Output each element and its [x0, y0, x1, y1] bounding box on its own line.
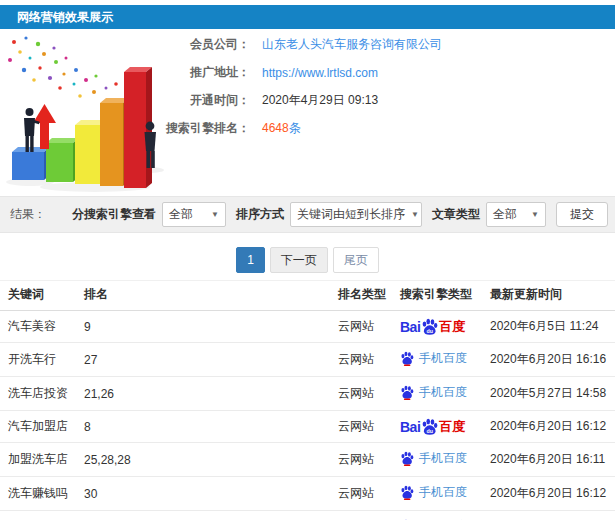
- baidu-paw-icon: du: [421, 418, 438, 435]
- keyword-cell: 洗车店投资: [0, 377, 80, 411]
- table-row: 汽车加盟店8云网站 Bai du 百度 2020年6月20日 16:12: [0, 411, 615, 443]
- keyword-cell: 洗车店利润: [0, 511, 80, 520]
- mobile-baidu-badge: 手机百度: [400, 350, 467, 366]
- bar-green: [46, 138, 79, 182]
- engine-cell: Bai du 百度: [396, 411, 486, 443]
- header-rank: 排名: [80, 281, 334, 311]
- updated-cell: 2020年6月20日 16:12: [486, 477, 615, 511]
- rank-link[interactable]: 27: [80, 343, 334, 377]
- engine-view-select[interactable]: 全部 ▼: [162, 202, 226, 227]
- engine-cell: 手机百度: [396, 511, 486, 520]
- engine-view-selected: 全部: [169, 206, 193, 223]
- rank-link[interactable]: 8: [80, 411, 334, 443]
- mobile-baidu-label: 手机百度: [419, 386, 467, 398]
- app-window: 网络营销效果展示: [0, 0, 615, 520]
- updated-cell: 2020年6月18日 14:27: [486, 511, 615, 520]
- rank-count: 4648: [262, 121, 289, 135]
- rank-link[interactable]: 25,28,28: [80, 443, 334, 477]
- updated-cell: 2020年6月20日 16:11: [486, 443, 615, 477]
- company-link[interactable]: 山东老人头汽车服务咨询有限公司: [262, 36, 442, 53]
- member-company-row: 会员公司： 山东老人头汽车服务咨询有限公司: [150, 38, 442, 51]
- filter-bar: 结果： 分搜索引擎查看 全部 ▼ 排序方式 关键词由短到长排序 ▼ 文章类型 全…: [0, 196, 615, 233]
- engine-rank-label: 搜索引擎排名：: [150, 120, 250, 137]
- sort-select[interactable]: 关键词由短到长排序 ▼: [290, 202, 422, 227]
- rank-type-cell: 云网站: [334, 343, 396, 377]
- chevron-down-icon: ▼: [211, 210, 219, 219]
- result-label: 结果：: [10, 206, 46, 223]
- company-label: 会员公司：: [150, 36, 250, 53]
- mobile-baidu-badge: 手机百度: [400, 450, 467, 466]
- open-time-label: 开通时间：: [150, 92, 250, 109]
- header-rank-type: 排名类型: [334, 281, 396, 311]
- baidu-logo-cn: 百度: [439, 420, 465, 433]
- page-title: 网络营销效果展示: [17, 10, 113, 24]
- header-updated: 最新更新时间: [486, 281, 615, 311]
- rank-type-cell: 云网站: [334, 511, 396, 520]
- engine-view-label: 分搜索引擎查看: [72, 206, 156, 223]
- table-header-row: 关键词 排名 排名类型 搜索引擎类型 最新更新时间: [0, 281, 615, 311]
- rank-type-cell: 云网站: [334, 377, 396, 411]
- sort-label: 排序方式: [236, 206, 284, 223]
- engine-cell: 手机百度: [396, 343, 486, 377]
- mobile-baidu-label: 手机百度: [419, 352, 467, 364]
- mobile-baidu-badge: 手机百度: [400, 384, 467, 400]
- rank-type-cell: 云网站: [334, 411, 396, 443]
- url-label: 推广地址：: [150, 64, 250, 81]
- baidu-logo-latin: Bai: [400, 420, 420, 434]
- results-table: 关键词 排名 排名类型 搜索引擎类型 最新更新时间 汽车美容9云网站 Bai d…: [0, 280, 615, 520]
- page-last-button[interactable]: 尾页: [333, 247, 379, 273]
- rank-type-cell: 云网站: [334, 443, 396, 477]
- page-title-bar: 网络营销效果展示: [0, 5, 615, 29]
- table-row: 洗车店投资21,26云网站 手机百度 2020年5月27日 14:58: [0, 377, 615, 411]
- keyword-cell: 洗车赚钱吗: [0, 477, 80, 511]
- mobile-baidu-label: 手机百度: [419, 486, 467, 498]
- svg-text:du: du: [427, 428, 433, 434]
- promo-url-row: 推广地址： https://www.lrtlsd.com: [150, 66, 442, 79]
- businessman-left: [24, 108, 40, 152]
- open-time-value: 2020年4月29日 09:13: [262, 92, 378, 109]
- page-current[interactable]: 1: [236, 247, 265, 273]
- pagination: 1 下一页 尾页: [0, 247, 615, 273]
- rank-type-cell: 云网站: [334, 311, 396, 343]
- article-type-select[interactable]: 全部 ▼: [486, 202, 546, 227]
- keyword-cell: 开洗车行: [0, 343, 80, 377]
- baidu-paw-icon: du: [421, 318, 438, 335]
- mobile-baidu-paw-icon: [400, 484, 414, 500]
- header-keyword: 关键词: [0, 281, 80, 311]
- table-row: 加盟洗车店25,28,28云网站 手机百度 2020年6月20日 16:11: [0, 443, 615, 477]
- baidu-logo: Bai du 百度: [400, 418, 465, 435]
- page-next-button[interactable]: 下一页: [270, 247, 328, 273]
- keyword-cell: 加盟洗车店: [0, 443, 80, 477]
- promo-url-link[interactable]: https://www.lrtlsd.com: [262, 66, 378, 80]
- submit-button[interactable]: 提交: [556, 202, 608, 227]
- updated-cell: 2020年6月5日 11:24: [486, 311, 615, 343]
- keyword-cell: 汽车美容: [0, 311, 80, 343]
- mobile-baidu-paw-icon: [400, 450, 414, 466]
- table-row: 开洗车行27云网站 手机百度 2020年6月20日 16:16: [0, 343, 615, 377]
- mobile-baidu-badge: 手机百度: [400, 484, 467, 500]
- engine-rank-row: 搜索引擎排名： 4648条: [150, 122, 442, 135]
- article-type-label: 文章类型: [432, 206, 480, 223]
- results-table-body: 汽车美容9云网站 Bai du 百度 2020年6月5日 11:24开洗车行27…: [0, 311, 615, 520]
- baidu-logo-cn: 百度: [439, 320, 465, 333]
- open-time-row: 开通时间： 2020年4月29日 09:13: [150, 94, 442, 107]
- rank-link[interactable]: 9: [80, 311, 334, 343]
- header-engine-type: 搜索引擎类型: [396, 281, 486, 311]
- engine-rank-value: 4648条: [262, 120, 301, 137]
- mobile-baidu-label: 手机百度: [419, 452, 467, 464]
- mobile-baidu-paw-icon: [400, 384, 414, 400]
- engine-cell: 手机百度: [396, 377, 486, 411]
- rank-unit: 条: [289, 121, 301, 135]
- baidu-logo: Bai du 百度: [400, 318, 465, 335]
- updated-cell: 2020年5月27日 14:58: [486, 377, 615, 411]
- chevron-down-icon: ▼: [531, 210, 539, 219]
- member-info-panel: 会员公司： 山东老人头汽车服务咨询有限公司 推广地址： https://www.…: [150, 38, 442, 150]
- rank-type-cell: 云网站: [334, 477, 396, 511]
- sort-selected: 关键词由短到长排序: [297, 206, 405, 223]
- baidu-logo-latin: Bai: [400, 320, 420, 334]
- rank-link[interactable]: 30: [80, 511, 334, 520]
- filter-controls: 分搜索引擎查看 全部 ▼ 排序方式 关键词由短到长排序 ▼ 文章类型 全部 ▼ …: [62, 202, 608, 227]
- rank-link[interactable]: 30: [80, 477, 334, 511]
- rank-link[interactable]: 21,26: [80, 377, 334, 411]
- updated-cell: 2020年6月20日 16:12: [486, 411, 615, 443]
